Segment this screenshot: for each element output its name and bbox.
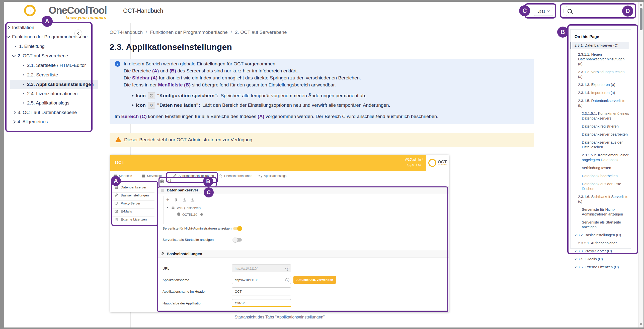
sidebar-item-startseite-html[interactable]: 2.1. Startseite / HTML-Editor [23,62,86,69]
info-box: i In diesem Bereich werden globale Einst… [110,59,534,124]
server-tree-panel: + ▾ W10 (Testserver) OCT51110 [164,196,444,224]
info-circle-icon: i [285,267,289,271]
toc-item[interactable]: 2.3.1.5.1. Kontextmenü eines Datenbankse… [582,111,629,121]
brand-tagline: know your numbers [66,15,106,20]
chevron-right-icon [12,111,16,114]
wrench-icon [160,252,165,256]
test-connection-icon [174,198,178,203]
toc-item[interactable]: 2.3.2. Basiseinstellungen (C) [575,233,629,238]
search-icon [568,9,572,13]
kebab-menu-icon: ⋮ [421,158,424,162]
toc-item[interactable]: Datenbank registrieren [582,124,629,129]
bullet-icon [15,46,16,47]
app-sidebar-item-datenbankserver: Datenbankserver [114,185,146,189]
field-label-header-name: Applikationsname im Header [163,290,206,293]
app-logo-text: OCT [438,160,447,164]
toc-item[interactable]: Verbindung testen [582,166,629,170]
sidebar-item-label: 2.5. Applikationslogs [27,100,69,106]
field-label-applikationsname: Applikationsname [163,278,189,282]
sidebar-item-label: 1. Einleitung [19,44,45,49]
page-scrollbar[interactable] [638,2,643,327]
toc-item[interactable]: 2.3.1.2. Verbindungen testen (a) [578,70,629,79]
list-icon [160,188,165,192]
annotation-badge-c-content: C [204,187,214,197]
sidebar-item-allgemeines[interactable]: 4. Allgemeines [13,118,48,126]
toggle2-label: Serverliste als Startseite anzeigen [163,238,214,242]
version-select-value: v511 [537,9,545,14]
breadcrumb-item-3[interactable]: 2. OCT auf Serverebene [235,30,287,35]
toc-item[interactable]: 2.3.4. E-Mails (C) [575,257,629,262]
screenshot-figure[interactable]: OCT W10\admin ⋮ App 5.11.10 → OCT one co… [110,155,449,312]
app-header-bar: OCT W10\admin ⋮ App 5.11.10 → OCT one co… [110,155,449,171]
annotation-badge-b-toc: B [557,27,568,38]
scrollbar-thumb[interactable] [640,8,642,30]
annotation-badge-d: D [622,6,633,17]
info-line-3: Die Sidebar (A) funktioniert wie ein Ind… [124,75,361,81]
breadcrumb-item-2[interactable]: Funktionen der Programmoberfläche [150,30,227,35]
bullet-icon [23,74,24,75]
toc-item[interactable]: 2.3.1.6. Sichtbarkeit Serverliste (c) [578,194,629,204]
sidebar-item-installation[interactable]: Installation [7,24,34,31]
toc-item[interactable]: 2.3.1. Datenbankserver (C) [571,42,629,49]
app-section-datenbankserver: Datenbankserver [157,186,449,194]
app-reload-icon: ↺ [168,178,172,184]
toc-item[interactable]: Datenbank aus der Liste löschen [582,182,629,191]
bullet-icon [23,102,24,103]
toc-item[interactable]: 2.3.1.5. Datenbankserverliste (b) [578,98,629,108]
toc-item[interactable]: 2.3.1.5.2. Kontextmenü einer angelegten … [582,153,629,162]
chevron-right-icon [12,120,16,124]
sidebar-item-oct-serverebene[interactable]: 2. OCT auf Serverebene [13,52,68,60]
toc-item[interactable]: Serverliste als Startseite anzeigen [582,220,629,230]
info-line-final: Im Bereich (C) können Einstellungen für … [115,114,438,119]
info-bullet-save: • Icon "Konfiguration speichern": Speich… [132,92,366,99]
sidebar-item-einleitung[interactable]: 1. Einleitung [15,43,45,50]
warning-box: ! Dieser Bereich steht nur OCT-Administr… [110,133,534,147]
toc-list: 2.3.1. Datenbankserver (C) 2.3.1.1. Neue… [575,42,629,273]
toggle-serverliste-nicht-admins [233,227,242,230]
app-tab-lizenzinformationen: Lizenzinformationen [219,171,252,181]
brand-name: OneCoolTool [49,5,107,16]
sidebar-item-label: 3. OCT auf Datenbankebene [18,110,77,115]
info-line-4: Die Icons in der Menüleiste (B) sind übe… [124,82,336,88]
sidebar-item-applikationslogs[interactable]: 2.5. Applikationslogs [23,99,69,107]
sidebar-item-label: 4. Allgemeines [18,119,48,125]
brand-logo-icon: → [24,5,36,16]
toc-item[interactable]: Serverliste für Nicht-Administratoren an… [582,207,629,217]
toc-item[interactable]: Datenbankserver aus der Liste löschen [582,140,629,150]
sidebar-item-serverliste[interactable]: 2.2. Serverliste [23,71,58,79]
info-line-1: In diesem Bereich werden globale Einstel… [124,61,277,67]
figure-caption: Startansicht des Tabs “Applikationseinst… [110,315,449,319]
toc-item[interactable]: 2.3.1.3. Exportieren (a) [578,82,629,87]
scroll-down-icon[interactable] [640,323,642,325]
app-sidebar-item-emails: E-Mails [114,209,132,213]
toc-item[interactable]: 2.3.3. Proxy-Server (C) [575,249,629,254]
app-sidebar-item-externe-lizenzen: Externe Lizenzen [114,217,147,221]
breadcrumb: OCT-Handbuch / Funktionen der Programmob… [110,30,287,35]
app-sidebar-item-basiseinstellungen: Basiseinstellungen [114,193,149,197]
toc-item[interactable]: 2.3.5. Externe Lizenzen (C) [575,265,629,270]
breadcrumb-item-1[interactable]: OCT-Handbuch [110,30,143,35]
export-icon [182,198,186,203]
version-select[interactable]: v511 [534,7,553,16]
toc-item[interactable]: 2.3.2.1. Aufgabenplaner [578,241,629,246]
toc-item[interactable]: Datenbank bearbeiten [582,174,629,178]
info-icon: i [115,61,120,67]
bullet-icon [23,65,24,66]
sidebar-item-oct-datenbankebene[interactable]: 3. OCT auf Datenbankebene [13,109,77,116]
sidebar-item-label: 2. OCT auf Serverebene [18,53,68,59]
tree-caret-icon: ▾ [167,206,168,209]
sidebar-item-applikationseinstellungen[interactable]: 2.3. Applikationseinstellungen [10,80,98,89]
app-version: App 5.11.10 [407,164,421,167]
toc-item[interactable]: 2.3.1.1. Neuen Datenbankserver hinzufüge… [578,52,629,66]
toc-item[interactable]: Datenbankserver bearbeiten [582,132,629,137]
annotation-badge-c: C [519,5,530,16]
scroll-up-icon[interactable] [640,4,642,6]
toc-title: On this Page [575,35,599,39]
app-user: W10\admin [405,158,421,161]
sidebar-item-label: Installation [12,25,34,30]
sidebar-item-label: 2.2. Serverliste [27,72,58,78]
toc-item[interactable]: 2.3.1.4. Importieren (a) [578,90,629,95]
field-input-header-name [232,287,291,295]
nav-collapse-button[interactable] [74,30,82,37]
sidebar-item-lizenzinformationen[interactable]: 2.4. Lizenzinformationen [23,90,78,97]
